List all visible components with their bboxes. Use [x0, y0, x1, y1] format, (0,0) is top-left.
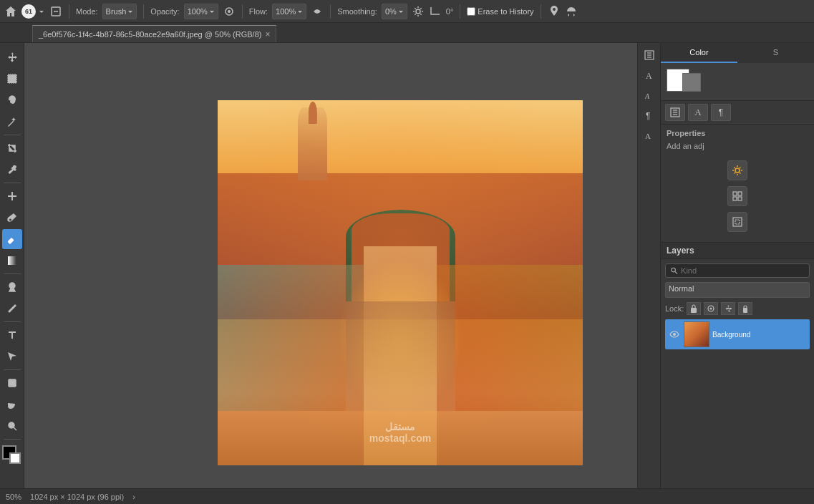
smoothing-value: 0% [385, 7, 397, 16]
tab-filename: _6e0f576c-1f4c-4b87-86c5-80ace2e9a60f.jp… [39, 30, 261, 39]
mode-value: Brush [106, 7, 127, 16]
brush-size-value: 61 [25, 8, 32, 15]
layers-mode-dropdown[interactable]: Normal [665, 282, 810, 298]
glyphs-icon[interactable]: A [640, 126, 659, 145]
zoom-level: 50% [6, 493, 21, 501]
canvas-dimensions: 1024 px × 1024 px (96 ppi) [30, 493, 124, 501]
tool-eraser[interactable] [2, 229, 22, 249]
svg-rect-36 [738, 192, 742, 195]
layer-visibility[interactable] [668, 328, 681, 341]
zoom-arrow[interactable]: › [132, 493, 135, 501]
tool-marquee[interactable] [2, 69, 22, 89]
svg-rect-11 [9, 379, 16, 387]
svg-point-41 [672, 268, 676, 272]
tool-separator-3 [4, 273, 21, 274]
tool-gradient[interactable] [2, 251, 22, 271]
tool-magic-wand[interactable] [2, 112, 22, 132]
angle-icon[interactable] [429, 5, 442, 18]
color-panel-tabs: Color S [661, 43, 814, 63]
airbrush-icon[interactable] [223, 5, 236, 18]
right-icon-strip: A A ¶ A [637, 43, 660, 488]
tab-bar: _6e0f576c-1f4c-4b87-86c5-80ace2e9a60f.jp… [0, 23, 814, 43]
flow-icon[interactable] [311, 5, 324, 18]
tool-eyedropper[interactable] [2, 160, 22, 180]
tab-close-button[interactable]: × [265, 29, 270, 39]
tool-separator-5 [4, 369, 21, 370]
svg-rect-35 [733, 192, 737, 195]
svg-point-3 [228, 10, 231, 13]
brush-preset-picker[interactable]: 61 [21, 4, 45, 19]
brush-options-icon[interactable] [49, 5, 62, 18]
tab-color[interactable]: Color [661, 43, 737, 63]
erase-to-history-input[interactable] [467, 7, 475, 16]
color-bg[interactable] [682, 73, 701, 92]
extra-icon-2[interactable] [565, 5, 578, 18]
canvas-background: مستقل mostaql.com [24, 43, 637, 488]
tool-zoom[interactable] [2, 416, 22, 436]
panel-icon-1[interactable] [665, 104, 685, 121]
svg-rect-40 [735, 220, 740, 224]
tool-crop[interactable] [2, 138, 22, 158]
svg-line-34 [735, 173, 736, 174]
lock-art-btn[interactable] [704, 302, 718, 315]
flow-dropdown[interactable]: 100% [272, 4, 306, 19]
layer-item[interactable]: Background [665, 319, 810, 349]
lock-move-btn[interactable] [721, 302, 735, 315]
grid-icon-btn[interactable] [727, 186, 747, 206]
mode-dropdown[interactable]: Brush [102, 4, 137, 19]
lock-label: Lock: [665, 304, 684, 313]
svg-point-45 [710, 308, 712, 310]
lock-all-btn[interactable] [738, 302, 752, 315]
char-icon[interactable]: A [640, 86, 659, 105]
main-area: مستقل mostaql.com A A ¶ A Color S [0, 43, 814, 488]
svg-point-9 [9, 283, 15, 289]
svg-line-32 [740, 173, 741, 174]
properties-icon[interactable] [640, 46, 659, 64]
tool-path-select[interactable] [2, 346, 22, 367]
smoothing-dropdown[interactable]: 0% [382, 4, 407, 19]
panel-icon-2[interactable]: A [688, 104, 708, 121]
svg-rect-39 [733, 218, 742, 226]
tool-healing[interactable] [2, 186, 22, 206]
paragraph-icon[interactable]: ¶ [640, 106, 659, 125]
layers-search[interactable] [665, 263, 810, 278]
svg-text:A: A [644, 92, 650, 100]
frame-icon-btn[interactable] [727, 212, 747, 232]
tool-brush[interactable] [2, 208, 22, 228]
background-swatch[interactable] [9, 452, 21, 464]
home-icon[interactable] [4, 5, 17, 18]
tool-type[interactable] [2, 325, 22, 345]
canvas-image[interactable]: مستقل mostaql.com [218, 100, 583, 465]
panel-icon-3[interactable]: ¶ [711, 104, 731, 121]
tool-hand[interactable] [2, 394, 22, 415]
svg-text:¶: ¶ [646, 111, 650, 120]
extra-icon-1[interactable] [548, 5, 561, 18]
lock-position-btn[interactable] [687, 302, 701, 315]
settings-icon[interactable] [412, 5, 425, 18]
svg-point-12 [9, 422, 14, 428]
text-icon[interactable]: A [640, 66, 659, 84]
opacity-label: Opacity: [150, 7, 179, 16]
svg-line-33 [740, 168, 741, 169]
svg-rect-6 [8, 74, 16, 83]
opacity-value: 100% [188, 7, 208, 16]
separator-4 [330, 4, 331, 19]
sun-icon-btn[interactable] [727, 160, 747, 180]
svg-point-4 [416, 9, 420, 14]
tool-pen[interactable] [2, 299, 22, 319]
layers-content: Normal Lock: [661, 259, 814, 354]
layers-kind-input[interactable] [681, 266, 805, 275]
color-swatches[interactable] [2, 445, 22, 465]
tool-shape[interactable] [2, 373, 22, 393]
layers-mode-row: Normal [665, 282, 810, 298]
active-tab[interactable]: _6e0f576c-1f4c-4b87-86c5-80ace2e9a60f.jp… [32, 25, 276, 42]
canvas-area[interactable]: مستقل mostaql.com [24, 43, 637, 488]
properties-title: Properties [667, 129, 808, 137]
tool-lasso[interactable] [2, 90, 22, 110]
tab-swatches[interactable]: S [737, 43, 814, 63]
opacity-dropdown[interactable]: 100% [184, 4, 218, 19]
tool-dodge[interactable] [2, 277, 22, 297]
tool-move[interactable] [2, 47, 22, 67]
svg-rect-43 [691, 308, 697, 313]
erase-to-history-checkbox[interactable]: Erase to History [467, 7, 533, 16]
